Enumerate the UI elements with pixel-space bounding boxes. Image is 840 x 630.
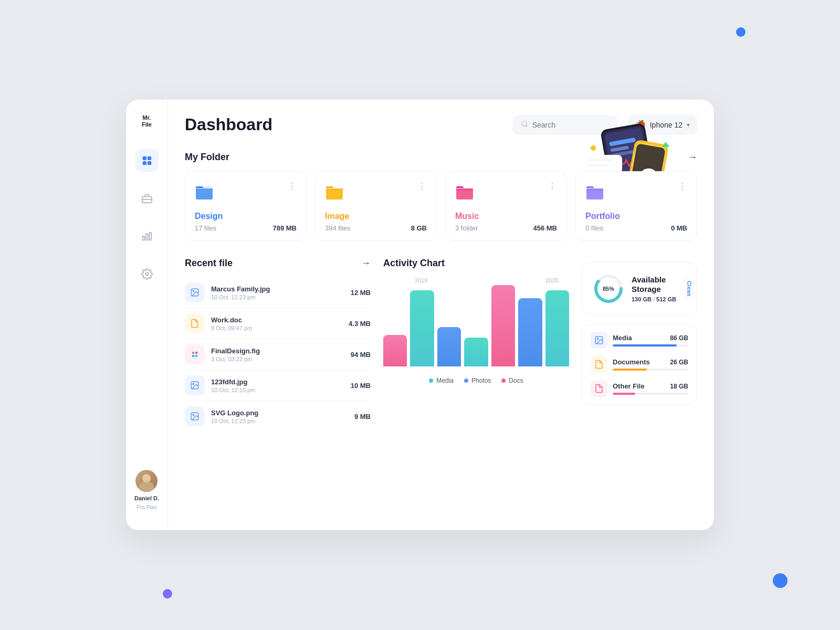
chart-year-2019: 2019 — [415, 277, 427, 284]
settings-icon — [141, 268, 153, 280]
storage-info: Available Storage 130 GB / 512 GB — [632, 275, 686, 302]
legend-dot-photos — [464, 379, 468, 383]
activity-chart-panel: Activity Chart 2019 2020 — [383, 258, 569, 432]
search-input[interactable] — [532, 121, 609, 129]
bar-6 — [518, 298, 542, 366]
folder-menu-music[interactable]: ⋮ — [548, 181, 557, 191]
folder-card-design[interactable]: ⋮ Design 17 files 789 MB — [185, 171, 307, 241]
file-date: 3 Oct, 03:23 pm — [211, 356, 351, 362]
list-item[interactable]: SVG Logo.png 10 Oct, 11:23 pm 9 MB — [185, 401, 371, 432]
storage-bar-fill-other — [613, 393, 635, 395]
list-item[interactable]: 123fdfd.jpg 10 Oct, 12:15 pm 10 MB — [185, 370, 371, 401]
file-date: 10 Oct, 11:23 pm — [211, 418, 354, 424]
chart-area: 2019 2020 — [383, 277, 569, 372]
folder-icon-music — [455, 181, 474, 204]
search-bar[interactable] — [512, 115, 617, 135]
file-size: 12 MB — [351, 289, 371, 297]
folder-size-music: 456 MB — [533, 224, 557, 232]
legend-photos: Photos — [464, 377, 491, 384]
storage-donut: 85% — [593, 273, 624, 304]
decorative-dot-bottom-right — [773, 573, 788, 588]
device-selector[interactable]: 🍎 Iphone 12 ▾ — [628, 114, 697, 135]
page-title: Dashboard — [185, 115, 502, 134]
file-name: Marcus Family.jpg — [211, 285, 351, 293]
legend-label-media: Media — [436, 377, 454, 384]
legend-docs: Docs — [501, 377, 523, 384]
storage-items: Media 86 GB — [582, 324, 697, 405]
storage-detail: 130 GB / 512 GB — [632, 296, 686, 302]
svg-point-45 — [193, 383, 194, 384]
sidebar-user: Daniel D. Pro Plan — [134, 470, 159, 516]
device-icon: 🍎 — [635, 120, 646, 130]
folder-menu-design[interactable]: ⋮ — [288, 181, 297, 191]
storage-title: Available Storage — [632, 275, 686, 294]
folder-count-image: 394 files — [325, 224, 350, 232]
avatar[interactable] — [135, 470, 158, 492]
right-panel: 85% Available Storage 130 GB / 512 GB Cl… — [582, 258, 697, 432]
folder-name-portfolio: Portfolio — [585, 212, 687, 221]
folder-count-music: 3 folder — [455, 224, 478, 232]
storage-bar-media — [613, 344, 688, 346]
recent-files-list: Marcus Family.jpg 10 Oct, 11:23 pm 12 MB… — [185, 277, 371, 432]
activity-chart-title: Activity Chart — [383, 258, 445, 269]
legend-media: Media — [429, 377, 454, 384]
bar-5 — [491, 285, 515, 366]
folder-menu-portfolio[interactable]: ⋮ — [678, 181, 687, 191]
file-date: 10 Oct, 11:23 pm — [211, 294, 351, 300]
folder-name-design: Design — [195, 212, 297, 221]
folder-icon-portfolio — [585, 181, 604, 204]
folder-menu-image[interactable]: ⋮ — [418, 181, 427, 191]
svg-line-11 — [526, 125, 527, 127]
my-folder-title: My Folder — [185, 152, 229, 163]
storage-percent: 85% — [603, 286, 614, 292]
file-name: 123fdfd.jpg — [211, 378, 351, 386]
file-size: 94 MB — [351, 351, 371, 359]
bar-4 — [464, 338, 488, 366]
sidebar-nav — [135, 149, 159, 470]
folder-icon-design — [195, 181, 214, 204]
file-thumb-fig — [185, 344, 205, 364]
folder-card-music[interactable]: ⋮ Music 3 folder 456 MB — [445, 171, 567, 241]
list-item[interactable]: Work.doc 8 Oct, 09:47 pm 4.3 MB — [185, 308, 371, 339]
folder-card-portfolio[interactable]: ⋮ Portfolio 0 files 0 MB — [575, 171, 697, 241]
header: Dashboard 🍎 Iphone 12 ▾ — [185, 114, 697, 135]
storage-item-size-media: 86 GB — [670, 334, 688, 342]
bar-7 — [545, 290, 569, 366]
svg-point-43 — [195, 355, 198, 358]
bottom-section: Recent file → Marcus Family.jpg 10 Oct, … — [185, 258, 697, 432]
my-folder-section-header: My Folder → — [185, 152, 697, 163]
list-item[interactable]: Marcus Family.jpg 10 Oct, 11:23 pm 12 MB — [185, 277, 371, 308]
recent-files-arrow[interactable]: → — [361, 258, 371, 269]
folder-count-portfolio: 0 files — [585, 224, 603, 232]
storage-item-size-docs: 26 GB — [670, 359, 688, 366]
sidebar-item-grid[interactable] — [135, 149, 159, 172]
folder-card-image[interactable]: ⋮ Image 394 files 8 GB — [315, 171, 437, 241]
file-name: Work.doc — [211, 316, 349, 324]
decorative-dot-top — [736, 27, 746, 37]
bottom-left: Recent file → Marcus Family.jpg 10 Oct, … — [185, 258, 569, 432]
svg-rect-37 — [586, 188, 603, 191]
list-item[interactable]: FinalDesign.fig 3 Oct, 03:23 pm 94 MB — [185, 339, 371, 370]
sidebar-item-settings[interactable] — [135, 262, 159, 286]
file-thumb-png — [185, 406, 205, 426]
svg-rect-7 — [146, 234, 148, 240]
file-size: 4.3 MB — [349, 320, 371, 328]
doc-icon — [591, 356, 607, 373]
bar-2 — [410, 290, 434, 366]
sidebar: Mr.File — [126, 100, 168, 530]
svg-point-9 — [145, 273, 149, 276]
storage-item-size-other: 18 GB — [670, 383, 688, 390]
svg-rect-2 — [142, 161, 146, 165]
chart-year-2020: 2020 — [546, 277, 559, 284]
sidebar-item-briefcase[interactable] — [135, 187, 159, 210]
decorative-dot-bottom-left — [163, 589, 172, 598]
my-folder-arrow[interactable]: → — [688, 152, 697, 163]
chevron-down-icon: ▾ — [687, 121, 690, 129]
folder-size-portfolio: 0 MB — [671, 224, 687, 232]
svg-point-47 — [193, 414, 194, 415]
sidebar-item-chart[interactable] — [135, 225, 159, 248]
svg-point-30 — [591, 145, 596, 151]
user-name: Daniel D. — [134, 495, 159, 501]
storage-bar-fill-media — [613, 344, 677, 346]
clean-label[interactable]: Clean — [685, 277, 694, 300]
